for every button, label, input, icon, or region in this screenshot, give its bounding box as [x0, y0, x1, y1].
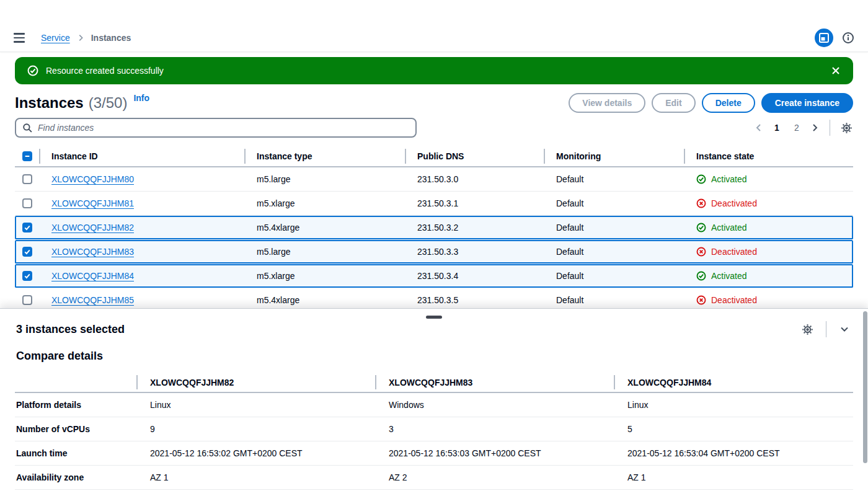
info-icon[interactable] [841, 30, 856, 45]
row-checkbox-checked[interactable] [22, 247, 32, 257]
instance-id-link[interactable]: XLOWCQQFJJHM84 [51, 271, 134, 281]
table-row[interactable]: XLOWCQQFJJHM80 m5.large 231.50.3.0 Defau… [15, 167, 853, 192]
compare-value: 2021-05-12 16:53:02 GMT+0200 CEST [136, 448, 375, 458]
search-box [15, 118, 417, 138]
info-link[interactable]: Info [133, 93, 149, 103]
status-success-icon [696, 223, 706, 232]
column-header-instance-state[interactable]: Instance state [684, 146, 853, 166]
divider [826, 321, 826, 337]
instance-id-link[interactable]: XLOWCQQFJJHM80 [51, 174, 134, 184]
compare-row-label: Launch time [15, 448, 136, 458]
compare-row-label: Platform details [15, 400, 136, 410]
instance-id-link[interactable]: XLOWCQQFJJHM82 [51, 223, 134, 232]
row-checkbox-checked[interactable] [22, 223, 32, 232]
page-number-2[interactable]: 2 [790, 123, 804, 133]
close-icon[interactable] [831, 66, 841, 76]
compare-table: XLOWCQQFJJHM82 XLOWCQQFJJHM83 XLOWCQQFJJ… [15, 373, 853, 490]
row-checkbox[interactable] [22, 295, 32, 305]
instance-id-link[interactable]: XLOWCQQFJJHM85 [51, 295, 134, 305]
compare-value: AZ 1 [136, 472, 375, 482]
row-checkbox[interactable] [22, 174, 32, 184]
table-row[interactable]: XLOWCQQFJJHM81 m5.xlarge 231.50.3.1 Defa… [15, 192, 853, 216]
table-preferences-gear-icon[interactable] [840, 122, 853, 135]
chevron-right-icon[interactable] [810, 123, 820, 133]
compare-details-title: Compare details [16, 350, 103, 363]
breadcrumb-chevron-icon [76, 33, 85, 42]
row-checkbox-checked[interactable] [22, 271, 32, 281]
flashbar-message: Resource created successfully [46, 66, 164, 76]
compare-row: Availability zone AZ 1 AZ 2 AZ 1 [15, 466, 853, 490]
scrollbar-thumb[interactable] [863, 311, 867, 463]
instance-type-cell: m5.xlarge [244, 271, 405, 281]
monitoring-cell: Default [544, 271, 684, 281]
public-dns-cell: 231.50.3.0 [405, 174, 544, 184]
split-panel: 3 instances selected Compare details XLO… [0, 308, 868, 496]
split-panel-gear-icon[interactable] [801, 323, 814, 336]
search-icon [22, 123, 33, 133]
compare-column-3: XLOWCQQFJJHM84 [614, 373, 853, 392]
delete-button[interactable]: Delete [702, 93, 755, 113]
compare-value: 2021-05-12 16:53:04 GMT+0200 CEST [614, 448, 853, 458]
instance-id-link[interactable]: XLOWCQQFJJHM83 [51, 247, 134, 257]
status-error-icon [696, 247, 706, 257]
split-panel-title: 3 instances selected [16, 323, 125, 336]
status-badge: Activated [711, 223, 747, 232]
compare-value: Windows [375, 400, 614, 410]
instance-type-cell: m5.large [244, 174, 405, 184]
compare-value: AZ 2 [375, 472, 614, 482]
table-row-selected[interactable]: XLOWCQQFJJHM84 m5.xlarge 231.50.3.4 Defa… [15, 264, 853, 288]
column-header-instance-id[interactable]: Instance ID [39, 146, 244, 166]
pagination: 1 2 [754, 120, 853, 136]
monitoring-cell: Default [544, 295, 684, 305]
compare-value: 3 [375, 424, 614, 434]
monitoring-cell: Default [544, 174, 684, 184]
monitoring-cell: Default [544, 223, 684, 232]
compare-value: Linux [136, 400, 375, 410]
compare-row: Launch time 2021-05-12 16:53:02 GMT+0200… [15, 441, 853, 466]
row-checkbox[interactable] [22, 198, 32, 208]
compare-column-2: XLOWCQQFJJHM83 [375, 373, 614, 392]
menu-icon[interactable] [14, 33, 25, 43]
page-number-1[interactable]: 1 [770, 123, 784, 133]
column-header-instance-type[interactable]: Instance type [244, 146, 405, 166]
public-dns-cell: 231.50.3.1 [405, 198, 544, 208]
status-success-icon [696, 271, 706, 281]
compare-column-1: XLOWCQQFJJHM82 [136, 373, 375, 392]
edit-button[interactable]: Edit [652, 93, 695, 113]
resource-counter: (3/50) [89, 94, 128, 112]
public-dns-cell: 231.50.3.5 [405, 295, 544, 305]
instance-id-link[interactable]: XLOWCQQFJJHM81 [51, 198, 134, 208]
search-input[interactable] [38, 123, 409, 133]
compare-row: Platform details Linux Windows Linux [15, 393, 853, 417]
status-badge: Deactivated [711, 198, 757, 208]
compare-row: Number of vCPUs 9 3 5 [15, 417, 853, 441]
split-panel-toggle-icon[interactable] [815, 29, 833, 47]
status-success-icon [696, 174, 706, 184]
split-panel-collapse-chevron-down-icon[interactable] [838, 323, 851, 335]
status-badge: Deactivated [711, 295, 757, 305]
table-row-selected[interactable]: XLOWCQQFJJHM83 m5.large 231.50.3.3 Defau… [15, 240, 853, 264]
instances-table: Instance ID Instance type Public DNS Mon… [15, 146, 853, 312]
select-all-checkbox[interactable] [22, 151, 32, 161]
instance-type-cell: m5.large [244, 247, 405, 257]
create-instance-button[interactable]: Create instance [761, 93, 853, 113]
scrollbar[interactable] [862, 310, 867, 495]
public-dns-cell: 231.50.3.2 [405, 223, 544, 232]
top-navigation: Service Instances [0, 0, 868, 52]
compare-value: AZ 1 [614, 472, 853, 482]
success-icon [27, 65, 38, 76]
monitoring-cell: Default [544, 247, 684, 257]
instance-type-cell: m5.4xlarge [244, 295, 405, 305]
table-row-selected[interactable]: XLOWCQQFJJHM82 m5.4xlarge 231.50.3.2 Def… [15, 216, 853, 240]
chevron-left-icon[interactable] [754, 123, 764, 133]
header-actions: View details Edit Delete Create instance [569, 93, 853, 113]
breadcrumb-link-service[interactable]: Service [41, 33, 70, 43]
column-header-public-dns[interactable]: Public DNS [405, 146, 544, 166]
view-details-button[interactable]: View details [569, 93, 645, 113]
monitoring-cell: Default [544, 198, 684, 208]
compare-header-row: XLOWCQQFJJHM82 XLOWCQQFJJHM83 XLOWCQQFJJ… [15, 373, 853, 393]
column-header-monitoring[interactable]: Monitoring [544, 146, 684, 166]
breadcrumb: Service Instances [41, 33, 131, 43]
public-dns-cell: 231.50.3.3 [405, 247, 544, 257]
public-dns-cell: 231.50.3.4 [405, 271, 544, 281]
